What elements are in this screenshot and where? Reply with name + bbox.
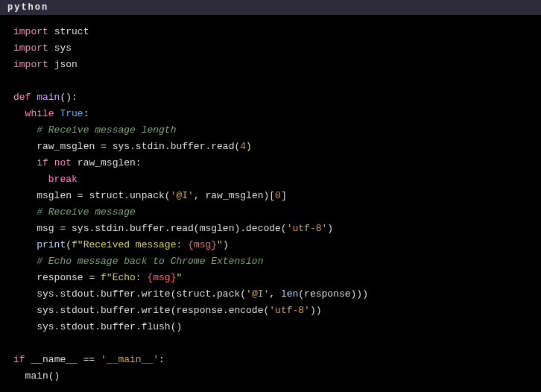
colon: :: [159, 354, 165, 365]
keyword-import: import: [13, 26, 48, 37]
keyword-import: import: [13, 59, 48, 70]
module-name: json: [54, 59, 77, 70]
code-line: raw_msglen = sys.stdin.buffer.read(: [37, 141, 240, 152]
number-literal: 0: [275, 190, 281, 201]
keyword-while: while: [25, 108, 54, 119]
string-literal: 'utf-8': [287, 223, 328, 234]
paren: ): [223, 239, 229, 250]
fstring: ": [217, 239, 223, 250]
dunder-name: __name__ ==: [31, 354, 101, 365]
string-literal: '@I': [171, 190, 194, 201]
code-line: sys.stdout.buffer.flush(): [37, 321, 182, 332]
function-name: main: [37, 92, 60, 103]
string-literal: 'utf-8': [269, 305, 310, 316]
code-line: (response))): [298, 288, 368, 300]
code-line: msglen = struct.unpack(: [37, 190, 170, 201]
colon: :: [83, 108, 89, 119]
keyword-import: import: [13, 42, 48, 54]
code-line: , raw_msglen)[: [194, 190, 275, 201]
keyword-if: if: [37, 157, 48, 168]
paren: ): [327, 223, 333, 234]
paren: ():: [60, 92, 77, 103]
bracket: ]: [281, 190, 287, 201]
builtin-print: print: [37, 239, 66, 250]
identifier: raw_msglen:: [77, 157, 142, 168]
code-line: sys.stdout.buffer.write(response.encode(: [37, 305, 269, 316]
paren: ): [246, 141, 252, 152]
function-call: main(): [25, 370, 60, 382]
comment: # Receive message length: [37, 124, 176, 136]
builtin-len: len: [281, 288, 298, 300]
keyword-def: def: [13, 92, 31, 103]
fstring: f"Echo:: [101, 272, 147, 283]
keyword-break: break: [48, 174, 77, 185]
string-literal: '@I': [246, 288, 269, 300]
number-literal: 4: [240, 141, 246, 152]
literal-true: True: [60, 108, 83, 119]
code-line: ,: [269, 288, 281, 300]
module-name: struct: [54, 26, 89, 37]
paren: (: [66, 239, 72, 250]
fstring: ": [176, 272, 182, 283]
fstring-interp: {msg}: [188, 239, 217, 250]
module-name: sys: [54, 42, 72, 54]
string-literal: '__main__': [101, 354, 159, 365]
code-line: response =: [37, 272, 101, 283]
comment: # Receive message: [37, 206, 136, 218]
code-content: import struct import sys import json def…: [0, 15, 541, 392]
comment: # Echo message back to Chrome Extension: [37, 256, 263, 267]
paren: )): [310, 305, 322, 316]
fstring: f"Received message:: [72, 239, 188, 250]
code-line: sys.stdout.buffer.write(struct.pack(: [37, 288, 246, 300]
fstring-interp: {msg}: [147, 272, 176, 283]
keyword-not: not: [54, 157, 72, 168]
code-block-header: python: [0, 0, 541, 15]
code-line: msg = sys.stdin.buffer.read(msglen).deco…: [37, 223, 286, 234]
language-label: python: [7, 2, 48, 13]
keyword-if: if: [13, 354, 25, 365]
